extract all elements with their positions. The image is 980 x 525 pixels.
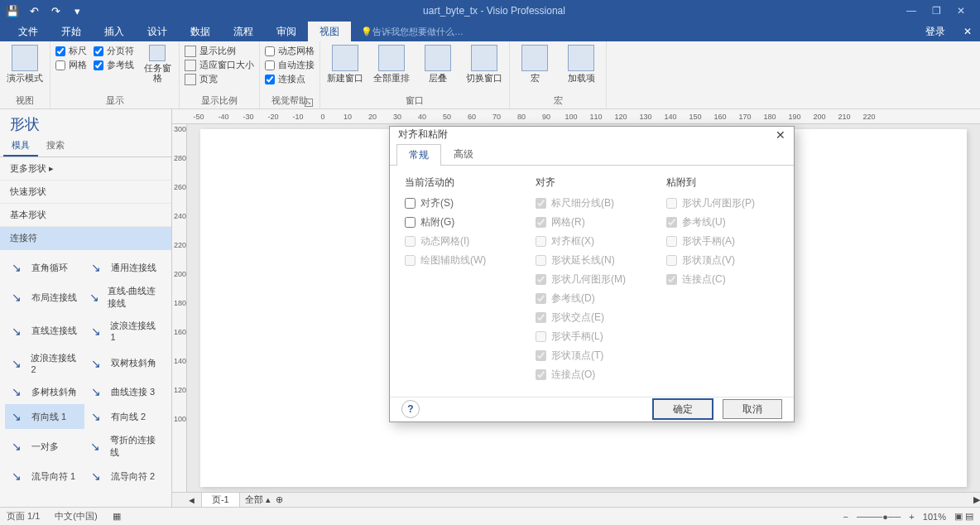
shape-item[interactable]: ↘双树枝斜角 bbox=[84, 347, 164, 379]
shapes-tab-stencil[interactable]: 模具 bbox=[3, 136, 38, 157]
more-shapes[interactable]: 更多形状 ▸ bbox=[0, 157, 171, 181]
minimize-button[interactable]: — bbox=[902, 5, 920, 17]
arrange-all-button[interactable]: 全部重排 bbox=[372, 45, 411, 83]
shape-item[interactable]: ↘有向线 1 bbox=[5, 404, 84, 429]
zoom-level[interactable]: 101% bbox=[923, 512, 946, 522]
ribbon-group-macro: 宏 bbox=[515, 94, 601, 108]
page-indicator: 页面 1/1 bbox=[7, 510, 40, 523]
visual-help-dialog-launcher[interactable]: ↘ bbox=[305, 99, 313, 107]
checkbox-auto-connect[interactable]: 自动连接 bbox=[265, 59, 315, 71]
connector-icon: ↘ bbox=[7, 384, 26, 399]
dialog-checkbox: 形状手柄(A) bbox=[666, 234, 779, 248]
page-tab-1[interactable]: 页-1 bbox=[201, 492, 240, 508]
cascade-button[interactable]: 层叠 bbox=[418, 45, 458, 83]
col1-title: 当前活动的 bbox=[405, 176, 517, 190]
macros-button[interactable]: 宏 bbox=[515, 45, 555, 83]
tell-me-input[interactable]: 💡 告诉我您想要做什么… bbox=[351, 22, 915, 41]
dialog-checkbox: 参考线(D) bbox=[536, 291, 648, 306]
checkbox-conn-points[interactable]: 连接点 bbox=[265, 73, 315, 85]
shape-item[interactable]: ↘有向线 2 bbox=[84, 404, 164, 429]
dialog-tab-general[interactable]: 常规 bbox=[396, 144, 441, 166]
shape-item[interactable]: ↘直线连接线 bbox=[5, 315, 84, 347]
page-tab-bar: ◄ 页-1 全部 ▴ ⊕ ▶ bbox=[172, 492, 980, 507]
signin-button[interactable]: 登录 bbox=[915, 22, 955, 41]
help-icon[interactable]: ? bbox=[401, 400, 420, 418]
connectors-category[interactable]: 连接符 bbox=[0, 227, 171, 250]
all-pages-button[interactable]: 全部 ▴ bbox=[245, 494, 271, 506]
dialog-checkbox: 对齐框(X) bbox=[536, 234, 648, 248]
shape-item[interactable]: ↘流导向符 1 bbox=[5, 464, 84, 489]
shape-item[interactable]: ↘一对多 bbox=[5, 429, 84, 464]
zoom-in-icon[interactable]: + bbox=[909, 512, 914, 522]
dialog-tab-advanced[interactable]: 高级 bbox=[441, 143, 486, 165]
checkbox-ruler[interactable]: 标尺 bbox=[55, 45, 87, 57]
maximize-button[interactable]: ❐ bbox=[927, 5, 945, 17]
dialog-checkbox[interactable]: 对齐(S) bbox=[405, 196, 517, 210]
shape-item[interactable]: ↘直线-曲线连接线 bbox=[84, 280, 164, 315]
title-bar: 💾 ↶ ↷ ▾ uart_byte_tx - Visio Professiona… bbox=[0, 0, 980, 22]
shapes-tab-search[interactable]: 搜索 bbox=[38, 136, 73, 157]
record-macro-icon[interactable]: ▦ bbox=[113, 511, 121, 522]
close-button[interactable]: ✕ bbox=[952, 5, 970, 17]
add-page-icon[interactable]: ⊕ bbox=[276, 494, 283, 505]
switch-window-button[interactable]: 切换窗口 bbox=[464, 45, 504, 83]
save-icon[interactable]: 💾 bbox=[3, 2, 22, 20]
tab-insert[interactable]: 插入 bbox=[93, 22, 136, 41]
shape-item[interactable]: ↘波浪连接线 1 bbox=[84, 315, 164, 347]
ribbon-group-show: 显示 bbox=[55, 94, 174, 108]
connector-icon: ↘ bbox=[7, 469, 26, 484]
connector-icon: ↘ bbox=[7, 260, 26, 275]
ribbon-group-visual-help: 视觉帮助↘ bbox=[265, 94, 315, 108]
show-scale-button[interactable]: 显示比例 bbox=[185, 45, 254, 57]
tab-design[interactable]: 设计 bbox=[136, 22, 179, 41]
ribbon-close-icon[interactable]: ✕ bbox=[955, 22, 980, 41]
connector-icon: ↘ bbox=[7, 356, 26, 371]
addins-button[interactable]: 加载项 bbox=[561, 45, 601, 83]
shape-item[interactable]: ↘弯折的连接线 bbox=[84, 429, 164, 464]
shape-item[interactable]: ↘曲线连接 3 bbox=[84, 379, 164, 404]
shape-item[interactable]: ↘布局连接线 bbox=[5, 280, 84, 315]
language-indicator[interactable]: 中文(中国) bbox=[55, 510, 97, 523]
presentation-mode-button[interactable]: 演示模式 bbox=[5, 45, 45, 83]
shape-item[interactable]: ↘多树枝斜角 bbox=[5, 379, 84, 404]
shape-item[interactable]: ↘流导向符 2 bbox=[84, 464, 164, 489]
basic-shapes[interactable]: 基本形状 bbox=[0, 204, 171, 227]
shape-item[interactable]: ↘通用连接线 bbox=[84, 255, 164, 280]
scroll-right-icon[interactable]: ▶ bbox=[973, 494, 980, 505]
checkbox-grid[interactable]: 网格 bbox=[55, 59, 87, 71]
undo-icon[interactable]: ↶ bbox=[25, 2, 43, 20]
prev-page-icon[interactable]: ◄ bbox=[187, 495, 196, 505]
dialog-checkbox: 形状顶点(V) bbox=[666, 253, 779, 267]
shapes-title: 形状 bbox=[0, 109, 171, 136]
fit-window-button[interactable]: 适应窗口大小 bbox=[185, 59, 254, 71]
checkbox-guides[interactable]: 参考线 bbox=[94, 59, 134, 71]
fit-page-icon[interactable]: ▣ ▤ bbox=[954, 511, 973, 522]
status-bar: 页面 1/1 中文(中国) ▦ − ────●── + 101% ▣ ▤ bbox=[0, 507, 980, 525]
task-pane-button[interactable]: 任务窗格 bbox=[141, 45, 174, 83]
cancel-button[interactable]: 取消 bbox=[723, 399, 782, 419]
tab-process[interactable]: 流程 bbox=[222, 22, 265, 41]
dialog-checkbox[interactable]: 粘附(G) bbox=[405, 215, 517, 229]
zoom-out-icon[interactable]: − bbox=[843, 512, 848, 522]
tab-file[interactable]: 文件 bbox=[7, 22, 50, 41]
tab-home[interactable]: 开始 bbox=[50, 22, 93, 41]
checkbox-dyn-grid[interactable]: 动态网格 bbox=[265, 45, 315, 57]
window-title: uart_byte_tx - Visio Professional bbox=[86, 5, 902, 17]
new-window-button[interactable]: 新建窗口 bbox=[325, 45, 365, 83]
dialog-close-icon[interactable]: ✕ bbox=[776, 128, 785, 142]
tab-view[interactable]: 视图 bbox=[308, 22, 351, 41]
tab-review[interactable]: 审阅 bbox=[265, 22, 308, 41]
quick-shapes[interactable]: 快速形状 bbox=[0, 181, 171, 204]
ok-button[interactable]: 确定 bbox=[653, 399, 713, 419]
shape-item[interactable]: ↘波浪连接线 2 bbox=[5, 347, 84, 379]
redo-icon[interactable]: ↷ bbox=[46, 2, 65, 20]
tab-data[interactable]: 数据 bbox=[179, 22, 222, 41]
shapes-pane: 形状 模具 搜索 更多形状 ▸ 快速形状 基本形状 连接符 ↘直角循环↘通用连接… bbox=[0, 109, 172, 507]
connector-icon: ↘ bbox=[7, 290, 26, 305]
checkbox-pagebreak[interactable]: 分页符 bbox=[94, 45, 134, 57]
dialog-checkbox: 形状延长线(N) bbox=[536, 253, 648, 267]
page-width-button[interactable]: 页宽 bbox=[185, 73, 254, 85]
qat-dropdown-icon[interactable]: ▾ bbox=[68, 2, 86, 20]
connector-icon: ↘ bbox=[86, 356, 106, 371]
shape-item[interactable]: ↘直角循环 bbox=[5, 255, 84, 280]
